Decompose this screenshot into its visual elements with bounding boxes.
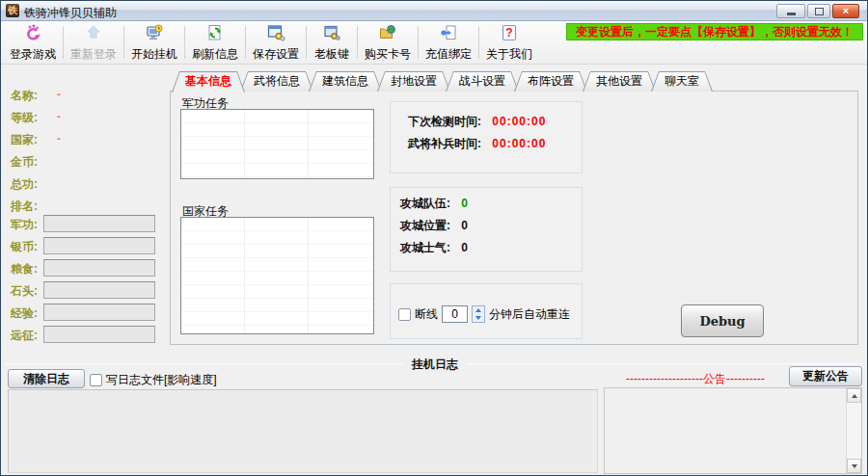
arrow-up-icon — [475, 305, 481, 312]
next-check-row: 下次检测时间: 00:00:00 — [408, 114, 546, 130]
buy-card-icon — [378, 23, 397, 45]
exp-field[interactable] — [43, 304, 155, 321]
expedition-field[interactable] — [43, 326, 155, 343]
merit-field[interactable] — [43, 215, 155, 232]
app-icon: 铁 — [6, 4, 19, 17]
title-bar: 铁 铁骑冲锋贝贝辅助 × — [1, 1, 867, 21]
toolbar-separator — [63, 26, 64, 59]
close-button[interactable]: × — [832, 4, 859, 18]
reconnect-checkbox[interactable] — [398, 308, 411, 321]
silver-field[interactable] — [43, 237, 155, 254]
toolbar-separator — [123, 26, 124, 59]
reinforce-time-value: 00:00:00 — [492, 137, 546, 150]
minimize-button[interactable] — [776, 4, 805, 18]
spinner-down-button[interactable] — [473, 314, 484, 322]
siege-team-value: 0 — [461, 197, 468, 210]
relogin-button[interactable]: 重新登录 — [66, 21, 122, 64]
boss-key-icon — [322, 23, 341, 45]
tab-generals-info[interactable]: 武将信息 — [240, 71, 313, 92]
boss-key-button[interactable]: 老板键 — [309, 21, 355, 64]
close-icon: × — [843, 6, 849, 16]
country-tasks-list[interactable] — [180, 217, 374, 334]
reconnect-label: 断线 — [415, 306, 438, 323]
write-log-label: 写日志文件[影响速度] — [106, 372, 217, 388]
announcement-panel — [604, 387, 862, 474]
toolbar: 登录游戏 重新登录 开始挂机 刷新信息 保存设置 老板键 购买卡 — [1, 21, 867, 65]
reinforce-time-row: 武将补兵时间: 00:00:00 — [408, 136, 546, 152]
tab-chat-room[interactable]: 聊天室 — [651, 71, 713, 92]
siege-morale-row: 攻城士气: 0 — [400, 240, 468, 256]
start-hangup-icon — [145, 23, 164, 45]
spinner-up-button[interactable] — [473, 306, 484, 314]
save-settings-icon — [266, 23, 285, 45]
save-settings-button[interactable]: 保存设置 — [248, 21, 304, 64]
login-game-icon — [23, 23, 42, 45]
siege-position-row: 攻城位置: 0 — [400, 218, 468, 234]
siege-team-row: 攻城队伍: 0 — [400, 196, 468, 212]
food-field[interactable] — [43, 259, 155, 277]
toolbar-separator — [418, 26, 419, 59]
about-us-icon: ? — [500, 23, 519, 45]
next-check-value: 00:00:00 — [492, 115, 546, 128]
reconnect-row: 断线 分钟后自动重连 — [398, 305, 570, 323]
toolbar-separator — [184, 26, 185, 59]
maximize-button[interactable] — [807, 4, 830, 18]
tab-formation-settings[interactable]: 布阵设置 — [514, 71, 587, 92]
hangup-log-title: 挂机日志 — [403, 357, 467, 373]
maximize-icon — [815, 8, 824, 15]
reconnect-minutes-input[interactable] — [442, 305, 468, 323]
timer-group: 下次检测时间: 00:00:00 武将补兵时间: 00:00:00 — [390, 101, 583, 173]
buy-card-button[interactable]: 购买卡号 — [360, 21, 416, 64]
basic-info-panel: 军功任务 国家任务 下次检测时间: 00:00:00 武将补兵时间: 00:00… — [170, 91, 858, 345]
scroll-down-button[interactable] — [847, 459, 861, 473]
clear-log-button[interactable]: 清除日志 — [8, 369, 85, 388]
reconnect-group: 断线 分钟后自动重连 — [390, 283, 583, 339]
toolbar-separator — [306, 26, 307, 59]
recharge-bind-icon — [439, 23, 458, 45]
toolbar-separator — [245, 26, 246, 59]
app-window: 铁 铁骑冲锋贝贝辅助 × 登录游戏 重新登录 开始挂机 刷新信息 保存设置 — [0, 0, 868, 476]
tab-battle-settings[interactable]: 战斗设置 — [446, 71, 519, 92]
about-us-button[interactable]: ? 关于我们 — [481, 21, 537, 64]
scroll-up-icon — [852, 391, 857, 398]
toolbar-separator — [478, 26, 479, 59]
debug-button[interactable]: Debug — [681, 304, 764, 337]
tab-fief-settings[interactable]: 封地设置 — [377, 71, 450, 92]
minimize-icon — [787, 13, 796, 15]
siege-group: 攻城队伍: 0 攻城位置: 0 攻城士气: 0 — [390, 187, 583, 272]
siege-morale-value: 0 — [461, 241, 468, 254]
scroll-down-icon — [852, 464, 857, 471]
tab-building-info[interactable]: 建筑信息 — [309, 71, 382, 92]
hangup-log-panel — [8, 389, 598, 473]
refresh-info-button[interactable]: 刷新信息 — [187, 21, 243, 64]
svg-text:?: ? — [505, 26, 512, 40]
announcement-scrollbar[interactable] — [846, 388, 861, 473]
merit-tasks-list[interactable] — [180, 109, 374, 179]
settings-warning-banner: 变更设置后，一定要点【保存设置】，否则设置无效！ — [566, 23, 863, 40]
refresh-info-icon — [205, 23, 225, 45]
recharge-bind-button[interactable]: 充值绑定 — [420, 21, 476, 64]
update-announcement-button[interactable]: 更新公告 — [789, 366, 862, 386]
reconnect-spinner — [472, 305, 485, 323]
stone-field[interactable] — [43, 281, 155, 299]
start-hangup-button[interactable]: 开始挂机 — [126, 21, 182, 64]
tab-other-settings[interactable]: 其他设置 — [583, 71, 656, 92]
write-log-checkbox[interactable] — [90, 374, 102, 386]
window-title: 铁骑冲锋贝贝辅助 — [24, 5, 117, 21]
tab-basic-info[interactable]: 基本信息 — [172, 71, 245, 92]
tab-bar: 基本信息 武将信息 建筑信息 封地设置 战斗设置 布阵设置 其他设置 聊天室 — [172, 71, 708, 92]
siege-position-value: 0 — [461, 219, 468, 232]
write-log-row: 写日志文件[影响速度] — [90, 372, 217, 388]
relogin-icon — [84, 23, 103, 45]
login-game-button[interactable]: 登录游戏 — [5, 21, 61, 64]
scroll-up-button[interactable] — [847, 388, 861, 403]
toolbar-separator — [357, 26, 358, 59]
reconnect-suffix: 分钟后自动重连 — [489, 306, 570, 323]
arrow-down-icon — [475, 316, 481, 323]
